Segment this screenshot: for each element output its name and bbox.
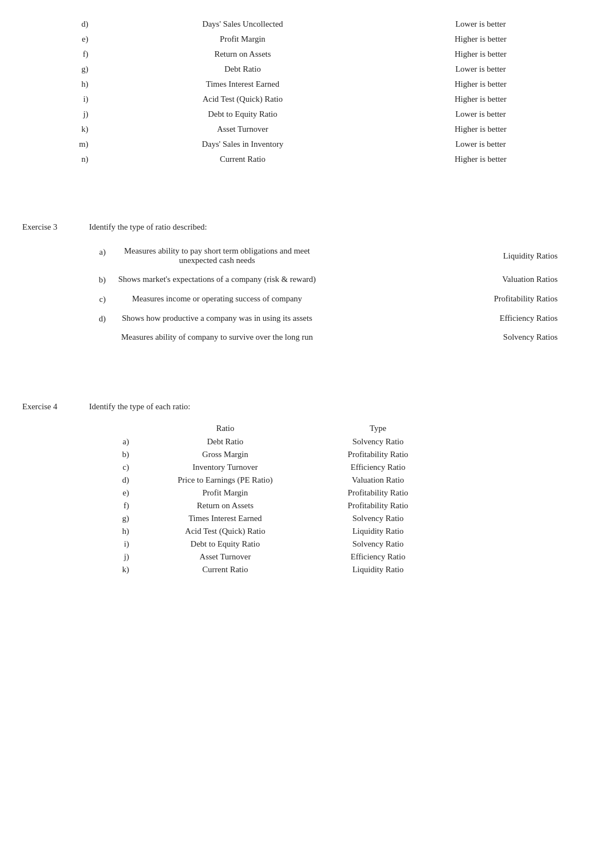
item-type: Liquidity Ratios — [323, 242, 569, 270]
item-better: Higher is better — [392, 32, 569, 47]
item-label: k) — [111, 563, 134, 576]
list-item: e) Profit Margin Higher is better — [22, 32, 569, 47]
item-name: Debt to Equity Ratio — [93, 107, 393, 122]
item-better: Higher is better — [392, 47, 569, 62]
item-label — [89, 328, 111, 346]
list-item: g) Debt Ratio Lower is better — [22, 62, 569, 77]
item-ratio: Price to Earnings (PE Ratio) — [134, 474, 317, 487]
item-type: Liquidity Ratio — [317, 563, 439, 576]
item-type: Efficiency Ratios — [323, 309, 569, 328]
list-item: h) Times Interest Earned Higher is bette… — [22, 77, 569, 92]
list-item: g) Times Interest Earned Solvency Ratio — [111, 512, 439, 525]
item-ratio: Gross Margin — [134, 448, 317, 461]
list-item: k) Asset Turnover Higher is better — [22, 122, 569, 137]
item-description: Measures ability of company to survive o… — [111, 328, 323, 346]
item-label: m) — [22, 137, 93, 152]
item-type: Solvency Ratio — [317, 512, 439, 525]
item-better: Higher is better — [392, 152, 569, 167]
ex4-col-type: Type — [317, 421, 439, 435]
item-better: Lower is better — [392, 107, 569, 122]
item-description: Measures income or operating success of … — [111, 289, 323, 309]
exercise3-table: a) Measures ability to pay short term ob… — [89, 242, 569, 346]
item-name: Days' Sales in Inventory — [93, 137, 393, 152]
item-label: d) — [22, 17, 93, 32]
item-ratio: Debt Ratio — [134, 435, 317, 448]
item-label: e) — [111, 487, 134, 499]
exercise4-title: Identify the type of each ratio: — [89, 402, 190, 411]
item-type: Profitability Ratio — [317, 499, 439, 512]
item-label: c) — [111, 461, 134, 474]
item-better: Higher is better — [392, 77, 569, 92]
item-label: g) — [22, 62, 93, 77]
item-ratio: Times Interest Earned — [134, 512, 317, 525]
item-ratio: Profit Margin — [134, 487, 317, 499]
item-name: Days' Sales Uncollected — [93, 17, 393, 32]
item-type: Efficiency Ratio — [317, 461, 439, 474]
item-better: Higher is better — [392, 92, 569, 107]
item-description: Shows market's expectations of a company… — [111, 270, 323, 289]
list-item: h) Acid Test (Quick) Ratio Liquidity Rat… — [111, 525, 439, 538]
list-item: i) Acid Test (Quick) Ratio Higher is bet… — [22, 92, 569, 107]
list-item: k) Current Ratio Liquidity Ratio — [111, 563, 439, 576]
ex4-col-empty — [111, 421, 134, 435]
list-item: b) Gross Margin Profitability Ratio — [111, 448, 439, 461]
list-item: d) Shows how productive a company was in… — [89, 309, 569, 328]
list-item: Measures ability of company to survive o… — [89, 328, 569, 346]
item-name: Times Interest Earned — [93, 77, 393, 92]
list-item: n) Current Ratio Higher is better — [22, 152, 569, 167]
exercise4-section: Exercise 4 Identify the type of each rat… — [22, 402, 569, 576]
item-description: Shows how productive a company was in us… — [111, 309, 323, 328]
item-type: Solvency Ratios — [323, 328, 569, 346]
list-item: c) Inventory Turnover Efficiency Ratio — [111, 461, 439, 474]
item-label: e) — [22, 32, 93, 47]
item-label: b) — [111, 448, 134, 461]
exercise4-table: Ratio Type a) Debt Ratio Solvency Ratio … — [111, 421, 439, 576]
item-name: Current Ratio — [93, 152, 393, 167]
item-better: Lower is better — [392, 17, 569, 32]
item-label: f) — [111, 499, 134, 512]
list-item: a) Debt Ratio Solvency Ratio — [111, 435, 439, 448]
list-item: d) Days' Sales Uncollected Lower is bett… — [22, 17, 569, 32]
list-item: e) Profit Margin Profitability Ratio — [111, 487, 439, 499]
list-item: f) Return on Assets Higher is better — [22, 47, 569, 62]
list-item: m) Days' Sales in Inventory Lower is bet… — [22, 137, 569, 152]
item-label: a) — [89, 242, 111, 270]
list-item: j) Debt to Equity Ratio Lower is better — [22, 107, 569, 122]
item-label: h) — [111, 525, 134, 538]
item-name: Asset Turnover — [93, 122, 393, 137]
item-type: Solvency Ratio — [317, 538, 439, 550]
item-type: Liquidity Ratio — [317, 525, 439, 538]
part1-section: d) Days' Sales Uncollected Lower is bett… — [22, 17, 569, 167]
item-label: g) — [111, 512, 134, 525]
exercise4-header: Exercise 4 Identify the type of each rat… — [22, 402, 569, 411]
item-better: Higher is better — [392, 122, 569, 137]
item-label: c) — [89, 289, 111, 309]
ratio-list-table: d) Days' Sales Uncollected Lower is bett… — [22, 17, 569, 167]
list-item: j) Asset Turnover Efficiency Ratio — [111, 550, 439, 563]
item-ratio: Acid Test (Quick) Ratio — [134, 525, 317, 538]
item-ratio: Current Ratio — [134, 563, 317, 576]
item-type: Profitability Ratio — [317, 448, 439, 461]
item-label: d) — [111, 474, 134, 487]
item-name: Profit Margin — [93, 32, 393, 47]
item-ratio: Return on Assets — [134, 499, 317, 512]
item-ratio: Asset Turnover — [134, 550, 317, 563]
list-item: i) Debt to Equity Ratio Solvency Ratio — [111, 538, 439, 550]
exercise3-header: Exercise 3 Identify the type of ratio de… — [22, 222, 569, 232]
item-ratio: Inventory Turnover — [134, 461, 317, 474]
item-type: Profitability Ratio — [317, 487, 439, 499]
list-item: a) Measures ability to pay short term ob… — [89, 242, 569, 270]
item-label: i) — [111, 538, 134, 550]
list-item: d) Price to Earnings (PE Ratio) Valuatio… — [111, 474, 439, 487]
exercise3-section: Exercise 3 Identify the type of ratio de… — [22, 222, 569, 346]
item-type: Profitability Ratios — [323, 289, 569, 309]
item-name: Acid Test (Quick) Ratio — [93, 92, 393, 107]
item-label: j) — [22, 107, 93, 122]
item-better: Lower is better — [392, 137, 569, 152]
list-item: b) Shows market's expectations of a comp… — [89, 270, 569, 289]
item-better: Lower is better — [392, 62, 569, 77]
item-type: Valuation Ratios — [323, 270, 569, 289]
item-name: Debt Ratio — [93, 62, 393, 77]
item-type: Valuation Ratio — [317, 474, 439, 487]
item-label: j) — [111, 550, 134, 563]
